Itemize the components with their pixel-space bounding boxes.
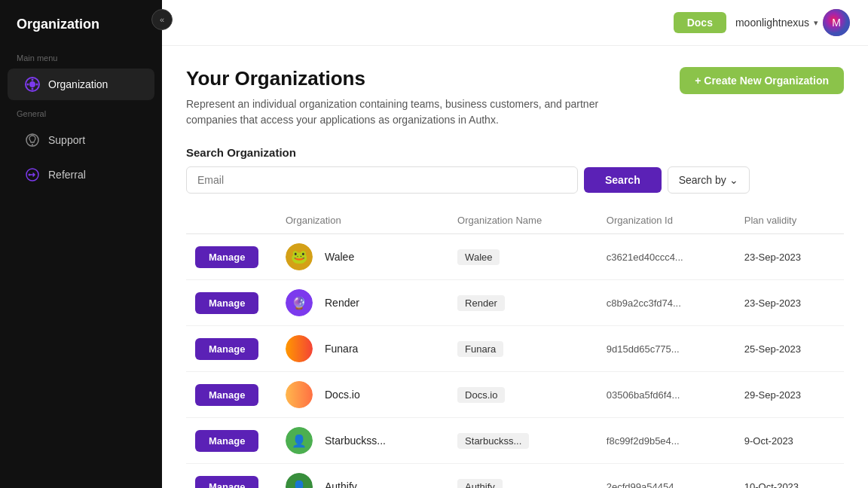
org-avatar: 👤 xyxy=(286,427,313,454)
org-icon xyxy=(24,76,41,93)
org-avatar: 👤 xyxy=(286,473,313,488)
sidebar-collapse-button[interactable]: « xyxy=(151,9,173,30)
svg-point-16 xyxy=(286,335,313,362)
org-name: Walee xyxy=(325,251,354,263)
org-name-badge: Render xyxy=(457,295,505,311)
org-name-cell: Render xyxy=(448,280,598,326)
org-name: Funara xyxy=(325,343,358,355)
sidebar-item-support[interactable]: Support xyxy=(8,124,154,156)
manage-cell: Manage xyxy=(186,464,277,489)
user-dropdown[interactable]: moonlightnexus ▾ M xyxy=(735,9,850,36)
org-id-cell: f8c99f2d9b5e4... xyxy=(598,418,735,464)
svg-point-5 xyxy=(36,84,38,86)
sidebar-item-organization[interactable]: Organization xyxy=(8,69,154,100)
org-table-wrapper: Organization Organization Name Organizat… xyxy=(186,207,844,488)
plan-validity-date: 23-Sep-2023 xyxy=(744,297,801,309)
sidebar-item-referral[interactable]: Referral xyxy=(8,159,154,191)
table-row: Manage Docs.io Docs.io 03506ba5fd6f4... … xyxy=(186,372,844,418)
org-name-cell: Funara xyxy=(448,326,598,372)
manage-button[interactable]: Manage xyxy=(195,292,258,314)
sidebar-item-support-label: Support xyxy=(48,134,85,146)
sidebar-section-main: Main menu xyxy=(0,46,162,67)
org-name-badge: Starbuckss... xyxy=(457,433,529,449)
col-org-name: Organization Name xyxy=(448,207,598,234)
search-by-label: Search by xyxy=(679,174,726,186)
org-name-cell: Authify xyxy=(448,464,598,489)
svg-point-2 xyxy=(32,79,34,81)
org-name-badge: Authify xyxy=(457,479,503,488)
manage-cell: Manage xyxy=(186,372,277,418)
manage-cell: Manage xyxy=(186,326,277,372)
table-row: Manage 👤 Authify Authify 2ecfd99a54454..… xyxy=(186,464,844,489)
search-section: Search Organization Search Search by ⌄ xyxy=(186,146,844,194)
sidebar-title: Organization xyxy=(0,0,162,46)
svg-text:👤: 👤 xyxy=(292,434,307,448)
support-icon xyxy=(24,132,41,148)
manage-button[interactable]: Manage xyxy=(195,338,258,360)
org-cell: Docs.io xyxy=(277,372,448,418)
org-id: c3621ed40ccc4... xyxy=(607,252,683,263)
search-button[interactable]: Search xyxy=(584,167,662,193)
page-header-text: Your Organizations Represent an individu… xyxy=(186,67,638,128)
plan-validity-date: 23-Sep-2023 xyxy=(744,252,801,263)
org-id: 2ecfd99a54454... xyxy=(607,481,682,488)
svg-point-9 xyxy=(29,174,31,176)
table-row: Manage 👤 Starbuckss... Starbuckss... f8c… xyxy=(186,418,844,464)
table-row: Manage 🔮 Render Render c8b9a2cc3fd74... … xyxy=(186,280,844,326)
org-cell: Funara xyxy=(277,326,448,372)
topbar: Docs moonlightnexus ▾ M xyxy=(162,0,868,46)
manage-button[interactable]: Manage xyxy=(195,476,258,489)
search-section-label: Search Organization xyxy=(186,146,844,159)
manage-cell: Manage xyxy=(186,280,277,326)
page-title: Your Organizations xyxy=(186,67,638,90)
svg-text:🔮: 🔮 xyxy=(292,296,307,310)
docs-button[interactable]: Docs xyxy=(674,12,726,33)
org-name-cell: Docs.io xyxy=(448,372,598,418)
plan-validity-cell: 23-Sep-2023 xyxy=(735,234,844,280)
org-id-cell: 2ecfd99a54454... xyxy=(598,464,735,489)
manage-button[interactable]: Manage xyxy=(195,430,258,452)
org-id: c8b9a2cc3fd74... xyxy=(607,297,681,309)
page-header-row: Your Organizations Represent an individu… xyxy=(186,67,844,128)
org-avatar: 🐸 xyxy=(286,243,313,270)
org-cell: 🐸 Walee xyxy=(277,234,448,280)
page-description: Represent an individual organization con… xyxy=(186,96,638,128)
org-name: Docs.io xyxy=(325,389,360,401)
chevron-down-icon: ▾ xyxy=(814,18,818,28)
svg-text:M: M xyxy=(832,17,841,29)
manage-button[interactable]: Manage xyxy=(195,384,258,406)
plan-validity-cell: 29-Sep-2023 xyxy=(735,372,844,418)
col-org-id: Organization Id xyxy=(598,207,735,234)
search-input[interactable] xyxy=(186,166,578,194)
org-name-badge: Docs.io xyxy=(457,387,505,403)
manage-button[interactable]: Manage xyxy=(195,246,258,268)
col-organization: Organization xyxy=(277,207,448,234)
svg-text:🐸: 🐸 xyxy=(291,249,308,265)
svg-point-3 xyxy=(32,88,34,90)
org-name-badge: Funara xyxy=(457,341,503,357)
manage-cell: Manage xyxy=(186,234,277,280)
create-org-button[interactable]: + Create New Organization xyxy=(680,67,844,94)
org-name: Starbuckss... xyxy=(325,435,386,447)
plan-validity-cell: 9-Oct-2023 xyxy=(735,418,844,464)
org-id-cell: 9d15dd65c775... xyxy=(598,326,735,372)
org-name-badge: Walee xyxy=(457,249,500,265)
org-name-cell: Starbuckss... xyxy=(448,418,598,464)
svg-point-1 xyxy=(29,81,35,87)
page-content: Your Organizations Represent an individu… xyxy=(162,46,868,488)
plan-validity-cell: 10-Oct-2023 xyxy=(735,464,844,489)
plan-validity-date: 25-Sep-2023 xyxy=(744,343,801,355)
search-by-chevron-icon: ⌄ xyxy=(729,174,738,186)
org-cell: 👤 Starbuckss... xyxy=(277,418,448,464)
org-id-cell: 03506ba5fd6f4... xyxy=(598,372,735,418)
org-avatar xyxy=(286,381,313,408)
sidebar-section-general: General xyxy=(0,102,162,123)
search-by-button[interactable]: Search by ⌄ xyxy=(668,166,750,194)
plan-validity-date: 29-Sep-2023 xyxy=(744,389,801,401)
plan-validity-date: 9-Oct-2023 xyxy=(744,435,793,447)
manage-cell: Manage xyxy=(186,418,277,464)
org-name: Render xyxy=(325,297,359,309)
plan-validity-cell: 25-Sep-2023 xyxy=(735,326,844,372)
org-id: 03506ba5fd6f4... xyxy=(607,389,680,401)
plan-validity-date: 10-Oct-2023 xyxy=(744,481,799,488)
